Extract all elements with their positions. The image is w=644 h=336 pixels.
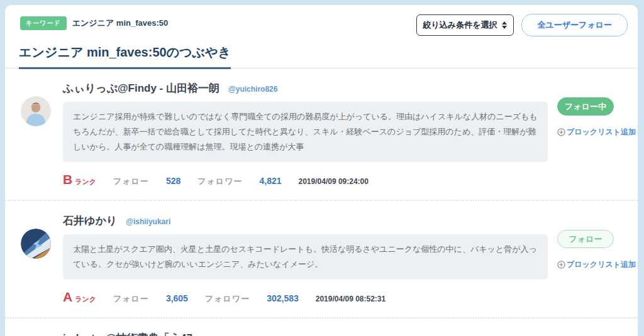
name-line: 石井ゆかり @ishiiyukari (63, 212, 548, 234)
name-line: ふぃりっぷ@Findy - 山田裕一朗 @yuichiro826 (63, 80, 548, 102)
following-button[interactable]: フォロー中 (557, 97, 614, 116)
rank-label: ランク (75, 295, 96, 304)
avatar-col (21, 330, 51, 336)
name-line: inductor@技術書典「う47」 @_inductor_ (63, 330, 548, 336)
user-bio: 太陽と土星がスクエア圏内、火星と土星のセスキコードレートも。快活な明るさやユニー… (63, 234, 548, 279)
rank-group: B ランク (63, 172, 96, 187)
blocklist-add-label: ブロックリスト追加 (567, 259, 636, 270)
select-caret-icon (502, 21, 507, 29)
user-name: ふぃりっぷ@Findy - 山田裕一朗 (63, 81, 219, 95)
filter-select-label: 絞り込み条件を選択 (423, 19, 497, 31)
keyword-group: キーワード エンジニア min_faves:50 (20, 14, 168, 30)
tweet-timestamp: 2019/04/09 09:24:00 (299, 177, 369, 186)
blocklist-add-link[interactable]: ブロックリスト追加 (557, 127, 631, 138)
avatar-col (21, 212, 51, 305)
avatar (21, 229, 51, 259)
user-row: ふぃりっぷ@Findy - 山田裕一朗 @yuichiro826 エンジニア採用… (5, 68, 638, 200)
follow-count-label: フォロー (113, 176, 149, 187)
main-panel: キーワード エンジニア min_faves:50 絞り込み条件を選択 全ユーザー… (5, 5, 638, 336)
action-col: フォロー中 ブロックリスト追加 (557, 80, 631, 187)
avatar-col (21, 80, 51, 187)
tweet-timestamp: 2019/04/09 08:52:31 (316, 295, 386, 303)
title-wrap: エンジニア min_faves:50のつぶやき (5, 36, 638, 68)
follower-count-label: フォロワー (197, 176, 242, 187)
follower-count-value: 4,821 (259, 176, 281, 186)
stats-line: A ランク フォロー 3,605 フォロワー 302,583 2019/04/0… (63, 279, 548, 305)
user-handle[interactable]: @yuichiro826 (228, 85, 277, 94)
action-col: フォロー ブロックリスト追加 (557, 212, 631, 305)
circle-plus-icon (557, 261, 565, 269)
user-main: 石井ゆかり @ishiiyukari 太陽と土星がスクエア圏内、火星と土星のセス… (51, 212, 557, 305)
header-bar: キーワード エンジニア min_faves:50 絞り込み条件を選択 全ユーザー… (5, 14, 638, 36)
follower-count-label: フォロワー (205, 293, 250, 305)
user-main: inductor@技術書典「う47」 @_inductor_ 快適な開発環境を「… (51, 330, 557, 336)
circle-plus-icon (557, 128, 565, 136)
action-col: フォロー ブロックリスト追加 (557, 330, 631, 336)
page-title: エンジニア min_faves:50のつぶやき (19, 44, 628, 68)
rank-label: ランク (75, 177, 96, 187)
follow-button[interactable]: フォロー (557, 230, 614, 248)
rank-letter: A (63, 290, 72, 305)
keyword-badge: キーワード (20, 16, 67, 30)
follow-all-users-button[interactable]: 全ユーザーフォロー (521, 14, 628, 36)
user-bio: エンジニア採用が特殊で難しいのではなく専門職全ての採用の難易度が上がっている。理… (63, 102, 548, 162)
blocklist-add-label: ブロックリスト追加 (567, 127, 636, 138)
follow-count-value: 3,605 (166, 293, 188, 303)
follow-count-label: フォロー (113, 293, 149, 305)
user-name: inductor@技術書典「う47」 (63, 331, 203, 336)
keyword-text: エンジニア min_faves:50 (72, 18, 169, 29)
stats-line: B ランク フォロー 528 フォロワー 4,821 2019/04/09 09… (63, 162, 548, 187)
rank-letter: B (63, 172, 72, 187)
header-controls: 絞り込み条件を選択 全ユーザーフォロー (416, 14, 628, 36)
avatar (21, 96, 51, 126)
user-row: 石井ゆかり @ishiiyukari 太陽と土星がスクエア圏内、火星と土星のセス… (5, 200, 638, 317)
user-main: ふぃりっぷ@Findy - 山田裕一朗 @yuichiro826 エンジニア採用… (51, 80, 557, 187)
blocklist-add-link[interactable]: ブロックリスト追加 (557, 259, 631, 270)
filter-condition-select[interactable]: 絞り込み条件を選択 (416, 14, 514, 36)
follow-count-value: 528 (166, 176, 180, 186)
rank-group: A ランク (63, 290, 96, 305)
user-handle[interactable]: @ishiiyukari (126, 217, 170, 226)
user-row: inductor@技術書典「う47」 @_inductor_ 快適な開発環境を「… (5, 317, 638, 336)
user-name: 石井ゆかり (63, 214, 117, 228)
follower-count-value: 302,583 (267, 293, 299, 303)
